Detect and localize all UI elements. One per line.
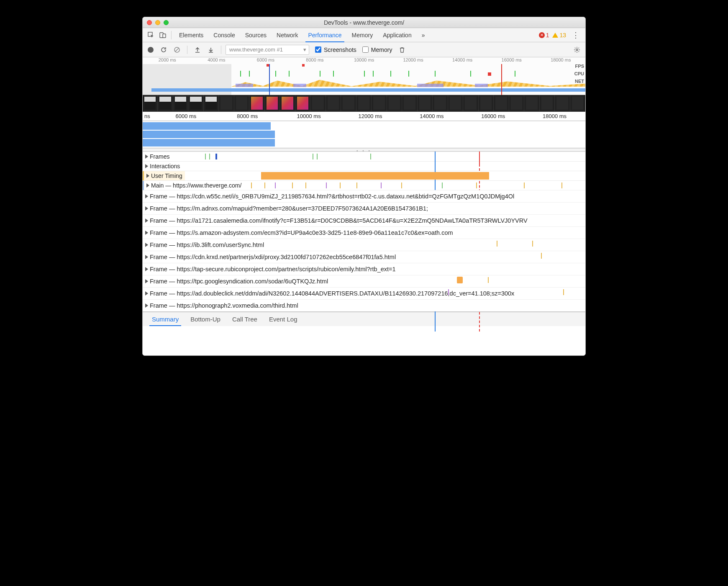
user-timing-bar[interactable] <box>261 172 490 180</box>
net-label: NET <box>574 77 584 85</box>
tab-sources[interactable]: Sources <box>240 28 272 42</box>
devtools-window: DevTools - www.theverge.com/ Elements Co… <box>142 17 586 356</box>
error-count[interactable]: ✕ 1 <box>539 32 549 39</box>
cpu-graph <box>231 79 585 87</box>
tab-elements[interactable]: Elements <box>174 28 208 42</box>
tab-network[interactable]: Network <box>272 28 303 42</box>
tab-console[interactable]: Console <box>208 28 240 42</box>
fps-label: FPS <box>574 62 584 70</box>
tab-memory[interactable]: Memory <box>347 28 378 42</box>
warning-icon <box>552 33 558 38</box>
inspect-element-icon[interactable] <box>145 29 157 41</box>
frame-list: Frame — https://cdn.w55c.net/i/s_0RB7U9m… <box>143 190 585 311</box>
tab-application[interactable]: Application <box>378 28 417 42</box>
screenshots-checkbox[interactable]: Screenshots <box>315 46 356 53</box>
performance-toolbar: www.theverge.com #1 ▾ Screenshots Memory <box>143 42 585 57</box>
recording-select[interactable]: www.theverge.com #1 ▾ <box>226 45 309 55</box>
gear-icon[interactable] <box>571 46 583 53</box>
selection-start[interactable] <box>269 64 270 95</box>
track-interactions[interactable]: Interactions <box>143 162 182 171</box>
more-tabs-button[interactable]: » <box>417 28 430 42</box>
frame-row[interactable]: Frame — https://tap-secure.rubiconprojec… <box>143 263 585 275</box>
frame-row[interactable]: Frame — https://a1721.casalemedia.com/if… <box>143 214 585 226</box>
window-controls <box>143 20 169 25</box>
device-toolbar-icon[interactable] <box>157 29 169 41</box>
panel-tabs: Elements Console Sources Network Perform… <box>143 28 585 42</box>
memory-checkbox[interactable]: Memory <box>362 46 392 53</box>
upload-icon[interactable] <box>192 44 203 56</box>
btab-call-tree[interactable]: Call Tree <box>226 312 263 326</box>
detail-ruler: ns 6000 ms8000 ms10000 ms 12000 ms14000 … <box>143 112 585 121</box>
svg-rect-2 <box>163 34 166 38</box>
svg-line-4 <box>175 48 179 51</box>
trash-icon[interactable] <box>396 44 408 56</box>
download-icon[interactable] <box>205 44 217 56</box>
flamechart-tracks: Network <box>143 121 585 148</box>
record-button[interactable] <box>148 47 154 53</box>
details-pane <box>143 326 585 355</box>
tab-performance[interactable]: Performance <box>303 28 346 42</box>
track-user-timing[interactable]: User Timing <box>143 171 185 180</box>
settings-menu-icon[interactable]: ⋮ <box>569 31 583 40</box>
btab-summary[interactable]: Summary <box>146 312 185 326</box>
maximize-window-button[interactable] <box>164 20 169 25</box>
track-main[interactable]: Main — https://www.theverge.com/ <box>143 181 244 190</box>
minimize-window-button[interactable] <box>155 20 160 25</box>
frame-row[interactable]: Frame — https://phonograph2.voxmedia.com… <box>143 299 585 311</box>
selection-end[interactable] <box>501 64 502 95</box>
track-frames[interactable]: Frames <box>143 152 172 161</box>
btab-bottom-up[interactable]: Bottom-Up <box>185 312 226 326</box>
window-title: DevTools - www.theverge.com/ <box>143 19 585 26</box>
close-window-button[interactable] <box>147 20 152 25</box>
frame-row[interactable]: Frame — https://s.amazon-adsystem.com/ec… <box>143 226 585 239</box>
resize-handle[interactable]: • • • <box>143 148 585 152</box>
overview-ruler: 2000 ms4000 ms 6000 ms8000 ms 10000 ms12… <box>143 57 585 64</box>
disclosure-icon <box>145 154 148 159</box>
frame-row[interactable]: Frame — https://ib.3lift.com/userSync.ht… <box>143 239 585 251</box>
clear-icon[interactable] <box>171 44 183 56</box>
frame-row[interactable]: Frame — https://m.adnxs.com/mapuid?membe… <box>143 202 585 214</box>
error-icon: ✕ <box>539 32 545 38</box>
svg-point-7 <box>576 49 578 50</box>
overview-timeline[interactable]: 2000 ms4000 ms 6000 ms8000 ms 10000 ms12… <box>143 57 585 95</box>
btab-event-log[interactable]: Event Log <box>263 312 303 326</box>
chevron-down-icon: ▾ <box>303 46 306 53</box>
cpu-label: CPU <box>574 70 584 77</box>
screenshot-filmstrip[interactable] <box>143 95 585 112</box>
frame-row[interactable]: Frame — https://tpc.googlesyndication.co… <box>143 275 585 287</box>
frame-row[interactable]: Frame — https://cdn.krxd.net/partnerjs/x… <box>143 251 585 263</box>
frame-row[interactable]: Frame — https://ad.doubleclick.net/ddm/a… <box>143 287 585 299</box>
reload-icon[interactable] <box>158 44 169 56</box>
details-tabs: Summary Bottom-Up Call Tree Event Log <box>143 312 585 326</box>
frame-row[interactable]: Frame — https://cdn.w55c.net/i/s_0RB7U9m… <box>143 190 585 202</box>
titlebar: DevTools - www.theverge.com/ <box>143 17 585 28</box>
warning-count[interactable]: 13 <box>552 32 566 39</box>
